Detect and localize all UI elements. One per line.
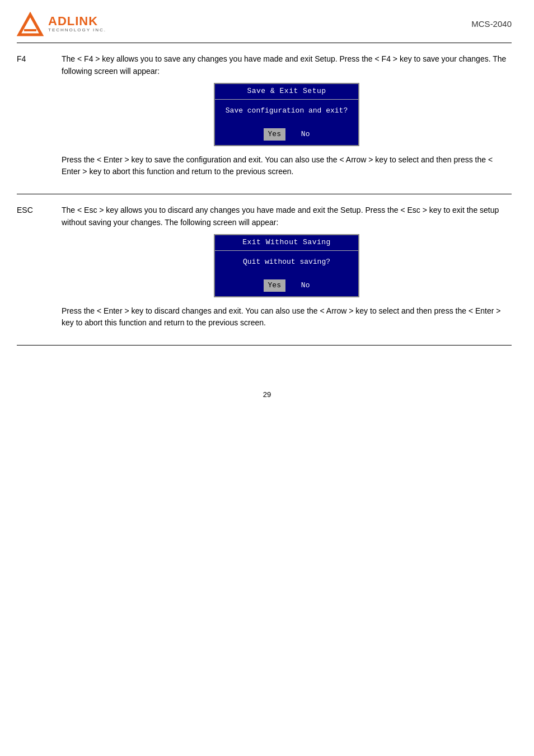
f4-description: The < F4 > key allows you to save any ch… (62, 53, 512, 194)
esc-footer-text: Press the < Enter > key to discard chang… (62, 305, 512, 329)
exit-nosave-title: Exit Without Saving (215, 235, 358, 250)
logo-container: ADLINK TECHNOLOGY INC. (17, 10, 106, 37)
save-exit-dialog-wrapper: Save & Exit Setup Save configuration and… (62, 83, 512, 146)
exit-nosave-dialog: Exit Without Saving Quit without saving?… (214, 234, 359, 297)
esc-row: ESC The < Esc > key allows you to discar… (17, 194, 512, 346)
exit-nosave-no-button[interactable]: No (301, 280, 310, 291)
esc-key: ESC (17, 204, 62, 345)
save-exit-footer: Yes No (215, 125, 358, 145)
save-exit-body: Save configuration and exit? (215, 100, 358, 121)
esc-description: The < Esc > key allows you to discard an… (62, 204, 512, 345)
exit-nosave-dialog-wrapper: Exit Without Saving Quit without saving?… (62, 234, 512, 297)
save-exit-no-button[interactable]: No (301, 129, 310, 140)
save-exit-dialog: Save & Exit Setup Save configuration and… (214, 83, 359, 146)
exit-nosave-body: Quit without saving? (215, 251, 358, 272)
f4-row: F4 The < F4 > key allows you to save any… (17, 43, 512, 194)
page-header: ADLINK TECHNOLOGY INC. MCS-2040 (0, 0, 534, 43)
svg-marker-0 (19, 15, 41, 35)
page-number: 29 (0, 390, 534, 399)
main-content: F4 The < F4 > key allows you to save any… (0, 43, 534, 368)
exit-nosave-yes-button[interactable]: Yes (264, 279, 285, 292)
logo-subtitle: TECHNOLOGY INC. (48, 28, 106, 33)
f4-desc-text: The < F4 > key allows you to save any ch… (62, 53, 512, 77)
save-exit-title: Save & Exit Setup (215, 84, 358, 99)
adlink-logo-icon (17, 10, 44, 37)
save-exit-yes-button[interactable]: Yes (264, 128, 285, 141)
exit-nosave-footer: Yes No (215, 277, 358, 296)
f4-footer-text: Press the < Enter > key to save the conf… (62, 154, 512, 178)
logo-adlink: ADLINK (48, 15, 106, 28)
logo-text: ADLINK TECHNOLOGY INC. (48, 15, 106, 33)
f4-key: F4 (17, 53, 62, 194)
product-name: MCS-2040 (471, 19, 512, 29)
esc-desc-text: The < Esc > key allows you to discard an… (62, 204, 512, 228)
